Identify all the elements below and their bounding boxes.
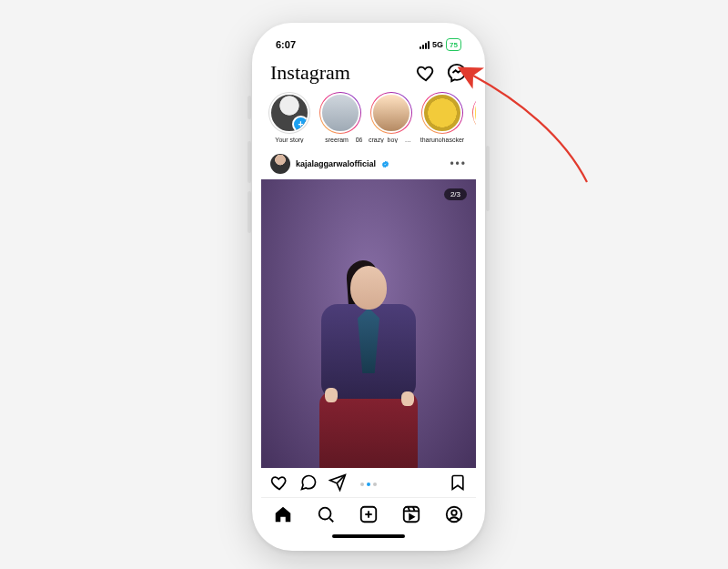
story-item[interactable]: __sreeram__06: [318, 92, 363, 143]
app-header: Instagram: [261, 57, 476, 88]
profile-icon: [444, 504, 464, 524]
add-story-icon: +: [292, 116, 309, 133]
post-author-avatar[interactable]: [270, 154, 290, 174]
post-header: kajalaggarwalofficial •••: [261, 148, 476, 179]
nav-create[interactable]: [359, 504, 379, 528]
status-bar: 6:07 5G 75: [261, 32, 476, 57]
nav-profile[interactable]: [444, 504, 464, 528]
story-item-partial[interactable]: m: [470, 92, 476, 143]
messenger-icon: [447, 63, 467, 83]
feed-post: kajalaggarwalofficial ••• 2/3: [261, 148, 476, 497]
comment-icon: [299, 473, 318, 492]
bottom-nav: [261, 497, 476, 534]
bookmark-icon: [449, 473, 467, 492]
like-button[interactable]: [270, 473, 288, 495]
heart-icon: [270, 473, 288, 492]
story-item[interactable]: tharunohascker: [420, 92, 465, 143]
post-image-content: [305, 249, 432, 468]
nav-search[interactable]: [316, 504, 336, 528]
svg-point-4: [452, 510, 458, 515]
stories-tray[interactable]: + Your story __sreeram__06 crazy_boy__bo…: [261, 88, 476, 148]
avatar: [473, 93, 476, 133]
home-indicator: [332, 534, 405, 538]
story-label: __sreeram__06: [318, 137, 362, 143]
notifications-button[interactable]: [416, 63, 436, 83]
heart-icon: [416, 63, 436, 83]
reels-icon: [401, 504, 421, 524]
save-button[interactable]: [449, 473, 467, 495]
nav-home[interactable]: [273, 504, 293, 528]
post-image[interactable]: 2/3: [261, 179, 476, 468]
signal-icon: [420, 40, 430, 49]
svg-point-0: [318, 508, 330, 520]
phone-frame: 6:07 5G 75 Instagram + Your: [252, 23, 485, 551]
battery-icon: 75: [446, 38, 461, 51]
nav-reels[interactable]: [401, 504, 421, 528]
search-icon: [316, 504, 336, 524]
svg-rect-2: [404, 507, 420, 523]
post-author-username[interactable]: kajalaggarwalofficial: [296, 159, 376, 168]
carousel-dots: [360, 483, 377, 486]
instagram-logo[interactable]: Instagram: [270, 63, 350, 83]
phone-screen: 6:07 5G 75 Instagram + Your: [261, 32, 476, 542]
story-your-story[interactable]: + Your story: [267, 92, 312, 143]
story-label: Your story: [275, 137, 303, 143]
phone-volume-down: [248, 191, 251, 233]
phone-power-button: [486, 146, 490, 211]
status-network: 5G: [432, 40, 443, 49]
carousel-counter: 2/3: [444, 188, 467, 200]
avatar: [320, 93, 360, 133]
avatar: [371, 93, 411, 133]
phone-volume-up: [248, 141, 251, 183]
status-time: 6:07: [276, 39, 296, 50]
plus-square-icon: [359, 504, 379, 524]
comment-button[interactable]: [299, 473, 318, 495]
avatar: [422, 93, 462, 133]
send-icon: [329, 473, 347, 492]
phone-side-button: [248, 96, 251, 119]
messenger-button[interactable]: [447, 63, 467, 83]
verified-badge-icon: [381, 160, 389, 168]
avatar: +: [269, 93, 309, 133]
share-button[interactable]: [329, 473, 347, 495]
story-label: tharunohascker: [420, 137, 464, 143]
story-label: crazy_boy__bo...: [369, 137, 414, 143]
home-icon: [273, 504, 293, 524]
post-actions: [261, 468, 476, 497]
story-item[interactable]: crazy_boy__bo...: [369, 92, 414, 143]
